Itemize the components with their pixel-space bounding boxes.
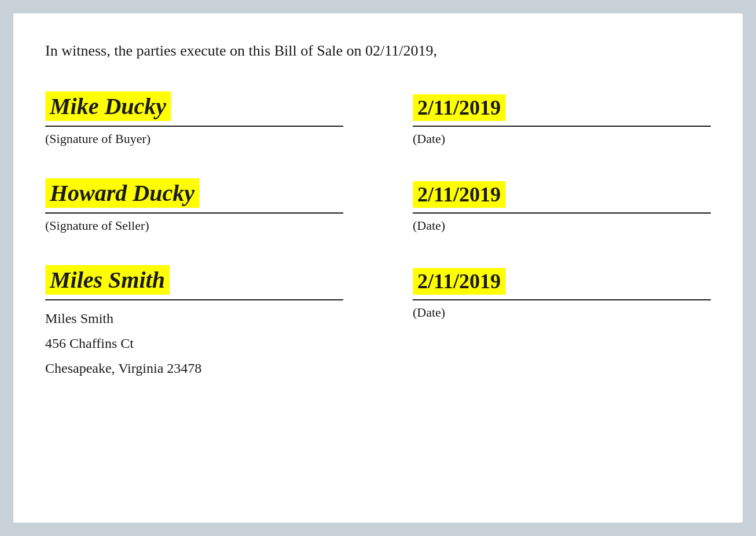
buyer-date-line [413, 123, 711, 127]
buyer-label: (Signature of Buyer) [45, 131, 151, 146]
seller-date-line [413, 210, 711, 214]
witness-date: 2/11/2019 [417, 270, 501, 293]
witness-date-label: (Date) [413, 305, 445, 320]
witness-row: Miles Smith Miles Smith 456 Chaffins Ct … [45, 262, 711, 381]
document: In witness, the parties execute on this … [13, 13, 743, 523]
witness-signature-line [45, 297, 343, 300]
buyer-signature-highlight: Mike Ducky [45, 91, 171, 121]
buyer-signature-line [45, 123, 343, 127]
buyer-date-highlight: 2/11/2019 [413, 94, 505, 121]
seller-signature: Howard Ducky [50, 180, 194, 206]
address-section: Miles Smith 456 Chaffins Ct Chesapeake, … [45, 306, 343, 381]
witness-signature-highlight: Miles Smith [45, 265, 170, 295]
seller-signature-block: Howard Ducky (Signature of Seller) [45, 175, 378, 233]
buyer-signature: Mike Ducky [50, 93, 166, 119]
seller-signature-line [45, 210, 343, 214]
address-city-state-zip: Chesapeake, Virginia 23478 [45, 356, 343, 381]
witness-date-block: 2/11/2019 (Date) [378, 262, 711, 381]
buyer-signature-block: Mike Ducky (Signature of Buyer) [45, 89, 378, 146]
address-street: 456 Chaffins Ct [45, 331, 343, 356]
buyer-row: Mike Ducky (Signature of Buyer) 2/11/201… [45, 89, 711, 146]
witness-signature-block: Miles Smith Miles Smith 456 Chaffins Ct … [45, 262, 378, 381]
witness-date-highlight: 2/11/2019 [413, 268, 505, 295]
seller-date-block: 2/11/2019 (Date) [378, 175, 711, 233]
buyer-date: 2/11/2019 [417, 96, 501, 119]
seller-date-highlight: 2/11/2019 [413, 181, 505, 208]
seller-date: 2/11/2019 [417, 183, 501, 206]
intro-text: In witness, the parties execute on this … [45, 42, 711, 60]
buyer-date-block: 2/11/2019 (Date) [378, 89, 711, 146]
buyer-date-label: (Date) [413, 131, 445, 146]
seller-row: Howard Ducky (Signature of Seller) 2/11/… [45, 175, 711, 233]
seller-signature-highlight: Howard Ducky [45, 178, 199, 208]
seller-date-label: (Date) [413, 218, 445, 233]
seller-label: (Signature of Seller) [45, 218, 149, 233]
address-name: Miles Smith [45, 306, 343, 331]
witness-signature: Miles Smith [50, 267, 165, 293]
witness-date-line [413, 297, 711, 300]
